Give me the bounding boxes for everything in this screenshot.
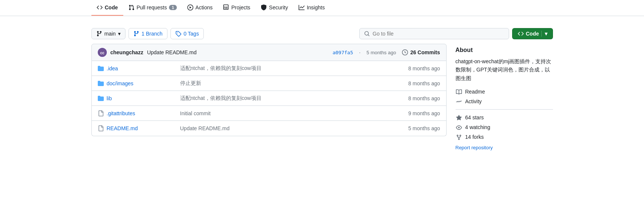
nav-pull-requests-badge: 1	[169, 5, 176, 10]
avatar: cc	[98, 48, 107, 57]
file-name-gitattributes[interactable]: .gitattributes	[98, 110, 180, 116]
commit-time: 5 months ago	[366, 50, 396, 55]
file-time-docimages: 8 months ago	[380, 80, 440, 86]
stat-forks-label: 14 forks	[465, 134, 484, 140]
nav-pull-requests-label: Pull requests	[137, 4, 167, 10]
branch-count-link[interactable]: 1 Branch	[129, 28, 167, 39]
file-icon	[98, 110, 104, 116]
stat-forks[interactable]: 14 forks	[456, 134, 553, 140]
nav-pull-requests[interactable]: Pull requests 1	[123, 0, 182, 16]
file-time-readme: 5 months ago	[380, 125, 440, 131]
commit-dot-sep: ·	[359, 49, 360, 55]
nav-projects[interactable]: Projects	[218, 0, 256, 16]
file-time-lib: 8 months ago	[380, 95, 440, 101]
about-stats: 64 stars 4 watching 14 forks	[456, 114, 553, 140]
fork-icon	[456, 134, 462, 140]
top-nav: Code Pull requests 1 Actions Projects Se…	[0, 0, 644, 16]
commit-message: Update README.md	[147, 49, 196, 55]
commit-bar-right: a097fa5 · 5 months ago 26 Commits	[333, 49, 440, 55]
folder-icon	[98, 65, 104, 71]
code-caret-icon[interactable]: ▾	[541, 31, 547, 37]
nav-actions-label: Actions	[196, 4, 213, 10]
commits-count-label: 26 Commits	[410, 49, 440, 55]
commit-bar: cc cheungchazz Update README.md a097fa5 …	[91, 44, 447, 61]
file-msg-readme: Update README.md	[180, 125, 380, 131]
about-description: chatgpt-on-wechat的mj画图插件，支持次数限制，GPT关键词润色…	[456, 57, 553, 82]
sidebar: About chatgpt-on-wechat的mj画图插件，支持次数限制，GP…	[456, 44, 553, 150]
eye-icon	[456, 124, 462, 131]
file-table: .idea 适配ntchat，依赖我的复刻cow项目 8 months ago …	[91, 61, 447, 136]
code-icon	[97, 4, 103, 10]
main-layout: cc cheungchazz Update README.md a097fa5 …	[91, 44, 553, 150]
commit-bar-left: cc cheungchazz Update README.md	[98, 48, 197, 57]
actions-icon	[187, 4, 193, 10]
code-button-label: Code	[526, 31, 539, 37]
file-icon	[98, 125, 104, 131]
git-branch-icon	[96, 31, 102, 37]
search-icon	[364, 31, 370, 37]
table-row: .gitattributes Initial commit 9 months a…	[92, 106, 446, 121]
report-repository-link[interactable]: Report repository	[456, 145, 553, 150]
file-msg-docimages: 停止更新	[180, 80, 380, 87]
tag-count-link[interactable]: 0 Tags	[170, 28, 204, 39]
file-name-docimages[interactable]: doc/images	[98, 80, 180, 86]
code-button[interactable]: Code ▾	[512, 28, 553, 39]
nav-insights-label: Insights	[307, 4, 325, 10]
file-msg-lib: 适配ntchat，依赖我的复刻cow项目	[180, 95, 380, 102]
stat-watching[interactable]: 4 watching	[456, 124, 553, 131]
security-icon	[261, 4, 267, 10]
table-row: lib 适配ntchat，依赖我的复刻cow项目 8 months ago	[92, 91, 446, 106]
branch-count-icon	[133, 31, 139, 37]
go-to-file-input[interactable]	[373, 31, 504, 37]
nav-insights[interactable]: Insights	[293, 0, 330, 16]
commits-count-link[interactable]: 26 Commits	[402, 49, 440, 55]
commit-author[interactable]: cheungchazz	[111, 49, 143, 55]
about-link-activity[interactable]: Activity	[456, 98, 553, 105]
branch-caret-icon: ▾	[118, 31, 121, 37]
about-title: About	[456, 47, 553, 54]
file-msg-idea: 适配ntchat，依赖我的复刻cow项目	[180, 65, 380, 72]
clock-icon	[402, 49, 408, 55]
pull-request-icon	[129, 4, 134, 10]
branch-selector[interactable]: main ▾	[91, 28, 126, 39]
code-button-icon	[518, 31, 524, 37]
nav-code-label: Code	[105, 4, 118, 10]
nav-actions[interactable]: Actions	[182, 0, 218, 16]
star-icon	[456, 114, 462, 121]
nav-security[interactable]: Security	[256, 0, 293, 16]
folder-icon	[98, 95, 104, 101]
file-name-idea[interactable]: .idea	[98, 65, 180, 71]
book-icon	[456, 88, 462, 95]
about-link-activity-label: Activity	[465, 98, 482, 104]
repo-content: cc cheungchazz Update README.md a097fa5 …	[91, 44, 447, 150]
stat-watching-label: 4 watching	[465, 124, 490, 130]
divider	[456, 109, 553, 110]
file-msg-gitattributes: Initial commit	[180, 110, 380, 116]
stat-stars[interactable]: 64 stars	[456, 114, 553, 121]
folder-icon	[98, 80, 104, 86]
about-links: Readme Activity	[456, 88, 553, 105]
file-time-idea: 8 months ago	[380, 65, 440, 71]
tag-icon	[175, 31, 181, 37]
file-name-readme[interactable]: README.md	[98, 125, 180, 131]
table-row: README.md Update README.md 5 months ago	[92, 121, 446, 136]
file-time-gitattributes: 9 months ago	[380, 110, 440, 116]
projects-icon	[223, 4, 229, 10]
table-row: doc/images 停止更新 8 months ago	[92, 76, 446, 91]
file-name-lib[interactable]: lib	[98, 95, 180, 101]
about-link-readme[interactable]: Readme	[456, 88, 553, 95]
stat-stars-label: 64 stars	[465, 114, 484, 120]
branch-count-label: 1 Branch	[142, 31, 163, 37]
about-link-readme-label: Readme	[465, 89, 485, 95]
repo-toolbar: main ▾ 1 Branch 0 Tags Code ▾	[91, 22, 553, 44]
table-row: .idea 适配ntchat，依赖我的复刻cow项目 8 months ago	[92, 61, 446, 76]
commit-hash[interactable]: a097fa5	[333, 50, 353, 55]
go-to-file-search[interactable]	[359, 28, 509, 39]
nav-security-label: Security	[269, 4, 288, 10]
tag-count-label: 0 Tags	[184, 31, 199, 37]
nav-code[interactable]: Code	[91, 0, 123, 16]
insights-icon	[299, 4, 305, 10]
activity-icon	[456, 98, 462, 105]
branch-name: main	[105, 31, 116, 37]
svg-text:cc: cc	[100, 51, 105, 55]
